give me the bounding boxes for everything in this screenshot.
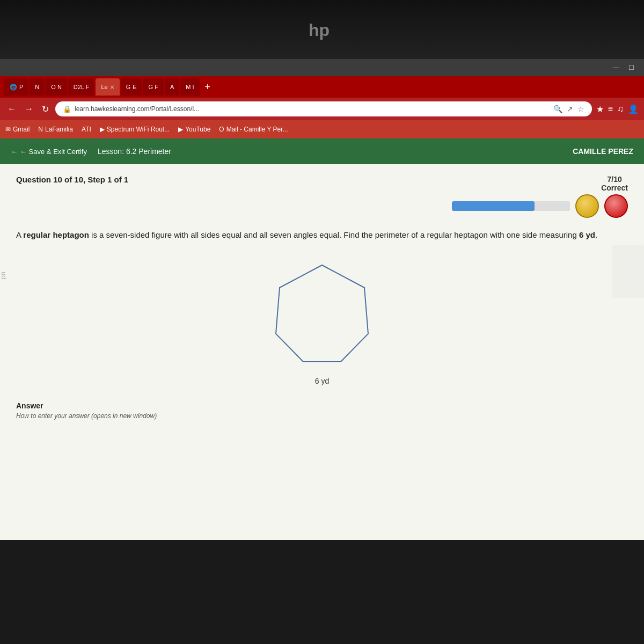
tab-gf[interactable]: G F — [143, 78, 164, 96]
right-image-artifact — [612, 245, 644, 298]
progress-row — [452, 194, 628, 218]
tab-on[interactable]: O N — [46, 78, 67, 96]
bookmarks-bar: ✉ Gmail N LaFamilia ATI ▶ Spectrum WiFi … — [0, 120, 644, 138]
answer-hint[interactable]: How to enter your answer (opens in new w… — [16, 412, 628, 420]
outlook-icon: O — [219, 126, 224, 133]
question-label: Question 10 of 10, Step 1 of 1 — [16, 175, 452, 184]
bookmark-spectrum[interactable]: ▶ Spectrum WiFi Rout... — [100, 126, 170, 133]
side-measurement: 6 yd — [579, 230, 595, 239]
address-bar: ← → ↻ 🔒 learn.hawkeslearning.com/Portal/… — [0, 98, 644, 120]
tab-m[interactable]: M I — [180, 78, 199, 96]
url-input[interactable]: 🔒 learn.hawkeslearning.com/Portal/Lesson… — [55, 101, 592, 116]
answer-label: Answer — [16, 401, 628, 410]
share-icon[interactable]: ↗ — [567, 105, 573, 113]
heptagon-diagram — [263, 254, 381, 372]
music-icon[interactable]: ♫ — [617, 104, 624, 114]
side-label: 6 yd — [315, 377, 329, 385]
score-status: Correct — [601, 184, 628, 192]
bookmark-mail[interactable]: O Mail - Camille Y Per... — [219, 126, 288, 133]
score-text: 7/10 Correct — [601, 175, 628, 192]
score-number: 7/10 — [607, 175, 621, 184]
sidebar-partial-text: ud — [0, 272, 8, 279]
svg-text:hp: hp — [309, 20, 330, 40]
maximize-button[interactable]: ☐ — [625, 63, 638, 72]
tab-a[interactable]: A — [165, 78, 179, 96]
tab-n[interactable]: N — [30, 78, 45, 96]
tab-d2l[interactable]: D2L F — [68, 78, 95, 96]
bookmark-gmail[interactable]: ✉ Gmail — [5, 126, 30, 133]
gold-badge — [575, 194, 599, 218]
minimize-button[interactable]: — — [610, 63, 623, 72]
bookmark-youtube[interactable]: ▶ YouTube — [178, 126, 210, 133]
search-icon[interactable]: 🔍 — [553, 105, 562, 113]
refresh-button[interactable]: ↻ — [40, 103, 51, 115]
hl-header: ← ← Save & Exit Certify Lesson: 6.2 Peri… — [0, 138, 644, 164]
tab-le-active[interactable]: Le ✕ — [96, 78, 119, 96]
back-arrow-icon: ← — [11, 148, 18, 156]
svg-marker-1 — [276, 265, 368, 362]
tab-ge[interactable]: G E — [121, 78, 142, 96]
bold-term: regular heptagon — [23, 230, 89, 239]
lock-icon: 🔒 — [63, 105, 71, 113]
youtube-icon: ▶ — [178, 126, 183, 133]
laptop-bezel: hp — [0, 0, 644, 59]
new-tab-button[interactable]: + — [201, 82, 215, 93]
bookmark-star-icon[interactable]: ☆ — [577, 105, 584, 113]
tab-bar: 🌐 P N O N D2L F Le ✕ G E G F A M I + — [0, 76, 644, 98]
save-exit-certify-button[interactable]: ← ← Save & Exit Certify — [11, 148, 87, 156]
tab-p-icon: 🌐 — [10, 84, 17, 91]
answer-section: Answer How to enter your answer (opens i… — [16, 401, 628, 420]
bookmark-ati[interactable]: ATI — [82, 126, 91, 133]
tab-p[interactable]: 🌐 P — [4, 78, 28, 96]
diagram-area: 6 yd — [16, 254, 628, 385]
url-text: learn.hawkeslearning.com/Portal/Lesson/l… — [75, 105, 199, 113]
main-content: Question 10 of 10, Step 1 of 1 7/10 Corr… — [0, 164, 644, 540]
browser-chrome: — ☐ 🌐 P N O N D2L F Le ✕ G E G F A — [0, 59, 644, 164]
progress-bar-fill — [452, 201, 535, 211]
question-header: Question 10 of 10, Step 1 of 1 7/10 Corr… — [16, 175, 628, 218]
spectrum-icon: ▶ — [100, 126, 105, 133]
extensions-icon[interactable]: ★ — [596, 104, 604, 114]
profile-icon[interactable]: 👤 — [628, 104, 639, 114]
gmail-icon: ✉ — [5, 126, 11, 133]
tab-close-icon[interactable]: ✕ — [110, 84, 114, 90]
lesson-title: Lesson: 6.2 Perimeter — [98, 147, 171, 156]
browser-toolbar: ★ ≡ ♫ 👤 — [596, 104, 639, 114]
question-text: A regular heptagon is a seven-sided figu… — [16, 229, 628, 241]
forward-button[interactable]: → — [23, 103, 35, 115]
progress-bar-container — [452, 201, 570, 211]
back-button[interactable]: ← — [5, 103, 18, 115]
hp-logo: hp — [306, 16, 338, 43]
red-badge — [604, 194, 628, 218]
lafamilia-icon: N — [38, 126, 43, 133]
score-section: 7/10 Correct — [452, 175, 628, 218]
window-controls: — ☐ — [0, 59, 644, 76]
menu-icon[interactable]: ≡ — [608, 104, 613, 114]
user-name: CAMILLE PEREZ — [573, 147, 633, 156]
bookmark-lafamilia[interactable]: N LaFamilia — [38, 126, 73, 133]
